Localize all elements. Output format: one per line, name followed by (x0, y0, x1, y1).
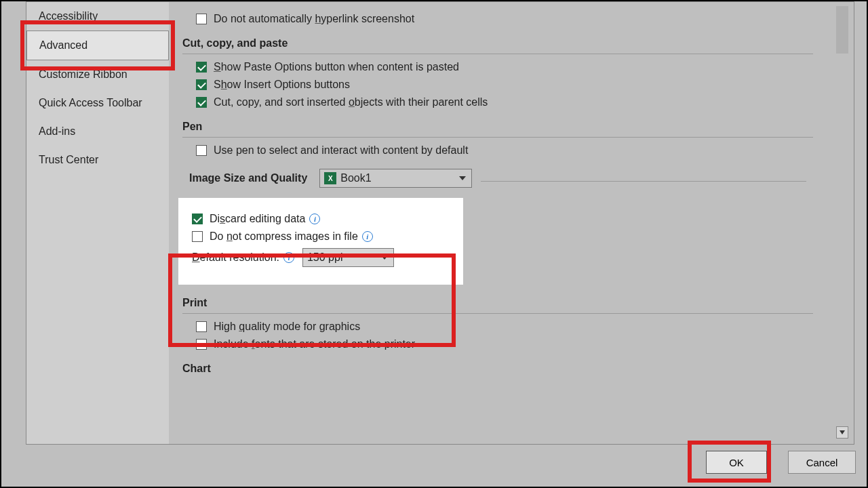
info-icon[interactable]: i (283, 252, 294, 263)
image-quality-highlight: Discard editing data i Do not compress i… (178, 198, 463, 285)
checkbox-hyperlink-screenshot[interactable] (196, 14, 207, 24)
label-hq-graphics: High quality mode for graphics (214, 321, 360, 333)
options-dialog: Accessibility Advanced Customize Ribbon … (26, 1, 854, 445)
workbook-dropdown[interactable]: X Book1 (319, 169, 472, 188)
chevron-down-icon (381, 256, 388, 260)
label-show-paste-options: Show Paste Options button when content i… (214, 61, 459, 73)
ok-button[interactable]: OK (706, 451, 767, 474)
chevron-down-icon (459, 176, 466, 180)
checkbox-hq-graphics[interactable] (196, 321, 207, 332)
label-use-pen: Use pen to select and interact with cont… (214, 144, 468, 157)
workbook-name: Book1 (340, 172, 371, 184)
checkbox-use-pen[interactable] (196, 145, 207, 156)
section-pen: Pen (182, 121, 840, 133)
sidebar-item-addins[interactable]: Add-ins (26, 117, 169, 146)
label-no-compress: Do not compress images in file (210, 230, 358, 243)
section-cut-copy-paste: Cut, copy, and paste (182, 37, 840, 49)
options-sidebar: Accessibility Advanced Customize Ribbon … (26, 2, 169, 444)
checkbox-discard-editing[interactable] (192, 214, 203, 224)
checkbox-show-paste-options[interactable] (196, 62, 207, 73)
excel-icon: X (324, 172, 336, 184)
scrollbar-thumb[interactable] (836, 6, 848, 54)
resolution-value: 150 ppi (307, 251, 343, 264)
scroll-down-button[interactable] (836, 426, 848, 439)
checkbox-include-fonts[interactable] (196, 339, 207, 350)
sidebar-item-advanced[interactable]: Advanced (26, 30, 169, 60)
label-default-resolution: Default resolution: (192, 251, 279, 264)
checkbox-no-compress[interactable] (192, 231, 203, 242)
section-print: Print (182, 297, 840, 309)
resolution-dropdown[interactable]: 150 ppi (302, 248, 394, 267)
options-content: Do not automatically hyperlink screensho… (182, 2, 840, 444)
checkbox-cut-copy-sort[interactable] (196, 97, 207, 108)
label-hyperlink-screenshot: Do not automatically hyperlink screensho… (214, 13, 414, 25)
info-icon[interactable]: i (362, 231, 373, 242)
sidebar-item-customize-ribbon[interactable]: Customize Ribbon (26, 60, 169, 89)
label-show-insert-options: Show Insert Options buttons (214, 79, 350, 91)
section-image-quality: Image Size and Quality (189, 172, 307, 184)
label-cut-copy-sort: Cut, copy, and sort inserted objects wit… (214, 96, 488, 108)
checkbox-show-insert-options[interactable] (196, 79, 207, 90)
sidebar-item-trust-center[interactable]: Trust Center (26, 146, 169, 174)
sidebar-item-quick-access[interactable]: Quick Access Toolbar (26, 89, 169, 117)
label-include-fonts: Include fonts that are stored on the pri… (214, 338, 415, 350)
label-discard-editing: Discard editing data (210, 213, 305, 225)
info-icon[interactable]: i (309, 214, 320, 224)
section-chart: Chart (182, 363, 840, 375)
sidebar-item-accessibility[interactable]: Accessibility (26, 2, 169, 30)
cancel-button[interactable]: Cancel (788, 451, 856, 474)
